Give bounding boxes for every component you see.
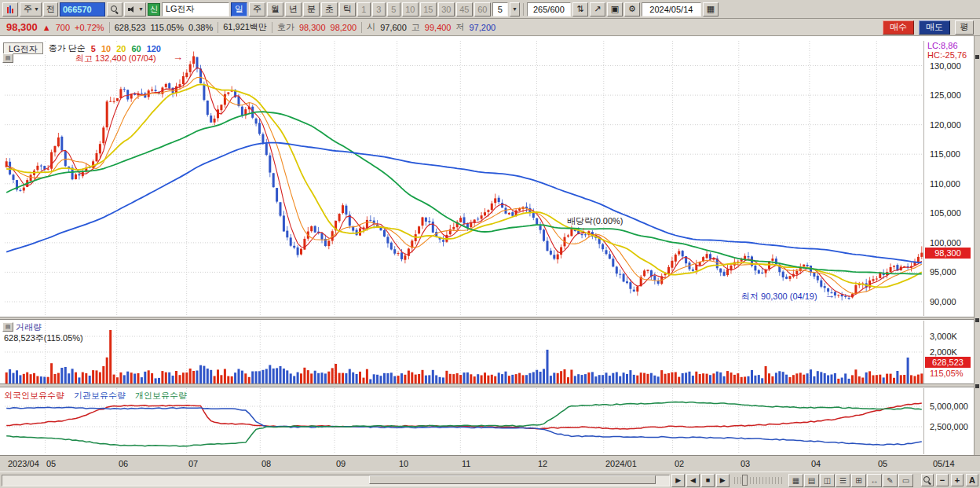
price-axis[interactable]: LC:8,86 HC:-25,76 98,300 130,000125,0001… <box>923 41 974 316</box>
interval-value-field[interactable]: 5 <box>492 2 508 17</box>
time-axis[interactable]: 05/14 2023/0405060708091011122024/010203… <box>0 455 980 471</box>
draw-tool-icon[interactable]: ✎ <box>883 474 898 487</box>
calendar-button[interactable]: ▦ <box>703 2 719 17</box>
scrollbar-thumb[interactable] <box>369 475 656 484</box>
timeframe-year-button[interactable]: 년 <box>285 2 302 17</box>
timeframe-month-button[interactable]: 월 <box>267 2 283 17</box>
trend-tool-button[interactable]: ↗ <box>590 2 605 17</box>
bar-count-field[interactable]: 265/600 <box>527 2 571 17</box>
bid-price: 98,200 <box>331 23 357 32</box>
volume-badge-pct: 115,05% <box>930 369 964 378</box>
timeframe-minute-button[interactable]: 분 <box>303 2 320 17</box>
zoom-out-button[interactable]: − <box>936 474 949 486</box>
new-stock-badge: 신 <box>148 3 160 16</box>
holdings-panel[interactable]: 외국인보유수량 기관보유수량 개인보유수량 <box>0 387 974 455</box>
quote-bar: 98,300 ▲ 700 +0.72% 628,523 115.05% 0.38… <box>0 19 980 36</box>
x-axis-label: 10 <box>399 459 408 468</box>
panel-resize-handle[interactable] <box>975 318 979 322</box>
timeframe-tick-button[interactable]: 틱 <box>339 2 356 17</box>
x-axis-label: 12 <box>538 459 547 468</box>
timeframe-week-button[interactable]: 주 <box>249 2 265 17</box>
change-up-icon: ▲ <box>42 23 51 32</box>
price-panel[interactable]: LG전자 종가 단순 5 10 20 60 120 ▤ 최고 132,400 (… <box>0 36 974 317</box>
volume-axis-tick: 3,000K <box>930 332 957 341</box>
settings-button[interactable]: ⚙ <box>624 2 640 17</box>
interval-1-button[interactable]: 1 <box>357 2 371 17</box>
x-axis-end-label: 05/14 <box>933 459 955 468</box>
chevron-down-icon: ▼ <box>34 6 39 12</box>
scroll-right-button[interactable]: ▶ <box>671 474 685 487</box>
chart-style-button[interactable]: ▤ <box>2 53 13 63</box>
chart-h-scrollbar[interactable] <box>2 475 670 486</box>
interval-3-button[interactable]: 3 <box>372 2 386 17</box>
stock-name-field[interactable]: LG전자 <box>162 2 229 17</box>
date-field[interactable]: 2024/05/14 <box>642 2 701 17</box>
volume-panel[interactable]: ▤ 거래량 628,523주(115.05%) <box>0 320 974 383</box>
x-axis-label: 07 <box>188 459 198 468</box>
price-axis-tick: 110,000 <box>930 179 960 189</box>
candle-chart-icon <box>7 6 13 13</box>
chart-window-icon[interactable] <box>2 2 18 17</box>
zoom-in-button[interactable]: + <box>951 474 964 486</box>
split-view-icon[interactable]: ◫ <box>820 474 835 487</box>
chart-tools-group: ▦▤◫☰⊞↔✎▭ <box>788 474 913 487</box>
bar-width-slider[interactable] <box>734 477 784 484</box>
buy-button[interactable]: 매수 <box>883 20 914 35</box>
indicator-list-icon[interactable]: ☰ <box>836 474 850 487</box>
stop-button[interactable]: ■ <box>701 474 715 487</box>
period-preset-dropdown[interactable]: 주▼ <box>20 2 42 17</box>
timeframe-second-button[interactable]: 초 <box>321 2 338 17</box>
interval-45-button[interactable]: 45 <box>456 2 473 17</box>
interval-30-button[interactable]: 30 <box>438 2 455 17</box>
scroll-left-button[interactable]: ◀ <box>686 474 700 487</box>
prev-stock-button[interactable]: 전 <box>43 2 58 17</box>
grid-tool-icon[interactable]: ▦ <box>788 474 803 487</box>
symbol-tab[interactable]: LG전자 <box>3 42 43 54</box>
volume-style-button[interactable]: ▤ <box>2 322 13 332</box>
auto-scale-button[interactable]: A <box>966 474 978 486</box>
price-axis-tick: 120,000 <box>930 120 961 130</box>
region-select-icon[interactable]: ▭ <box>898 474 913 487</box>
panel-layout-icon[interactable]: ▤ <box>804 474 819 487</box>
dividend-arrow-icon: ↓ <box>581 225 586 236</box>
price-axis-tick: 115,000 <box>930 149 960 159</box>
save-button[interactable]: ▣ <box>607 2 623 17</box>
search-button[interactable] <box>107 2 122 17</box>
interval-15-button[interactable]: 15 <box>420 2 437 17</box>
updown-arrows-button[interactable]: ⇅ <box>572 2 588 17</box>
holdings-axis-tick: 5,000,000 <box>930 402 968 411</box>
volume-subtitle: 628,523주(115.05%) <box>4 332 83 344</box>
high-annotation: 최고 132,400 (07/04) <box>75 53 156 64</box>
add-chart-icon[interactable]: ⊞ <box>851 474 866 487</box>
panel-resize-handle[interactable] <box>975 55 979 59</box>
right-scroll-strip[interactable] <box>974 36 980 455</box>
sell-button[interactable]: 매도 <box>919 20 950 35</box>
interval-dropdown-arrow[interactable]: ▼ <box>510 2 520 17</box>
timeframe-day-button[interactable]: 일 <box>231 2 247 17</box>
interval-10-button[interactable]: 10 <box>402 2 419 17</box>
panel-resize-handle[interactable] <box>975 384 979 388</box>
x-axis-label: 03 <box>740 459 750 468</box>
x-axis-label: 02 <box>675 459 684 468</box>
holdings-axis[interactable]: 5,000,0002,500,000 <box>923 388 974 454</box>
expand-horizontal-icon[interactable]: ↔ <box>867 474 882 487</box>
stock-code-input[interactable] <box>60 2 105 17</box>
sound-dropdown[interactable]: ▼ <box>124 2 146 17</box>
price-axis-tick: 125,000 <box>930 90 961 100</box>
volume-chart[interactable] <box>5 321 923 383</box>
chevron-down-icon: ▼ <box>512 6 517 12</box>
avg-button[interactable]: 평 <box>955 20 974 35</box>
x-axis-label: 09 <box>336 459 346 468</box>
play-button[interactable]: ▶ <box>716 474 730 487</box>
low-arrow-icon: → <box>825 289 835 301</box>
slider-handle[interactable] <box>742 475 748 486</box>
calendar-icon: ▦ <box>707 4 715 14</box>
bottom-toolbar: ▶ ◀ ■ ▶ ▦▤◫☰⊞↔✎▭ − + A <box>0 471 980 488</box>
interval-60-button[interactable]: 60 <box>474 2 491 17</box>
volume-axis[interactable]: 628,523 115,05% 3,000K2,000K <box>923 321 974 383</box>
zoom-search-button[interactable] <box>921 474 934 486</box>
high-label: 고 <box>411 21 420 33</box>
volume-title: 거래량 <box>16 321 42 333</box>
interval-5-button[interactable]: 5 <box>387 2 400 17</box>
candlestick-chart[interactable] <box>5 41 923 316</box>
